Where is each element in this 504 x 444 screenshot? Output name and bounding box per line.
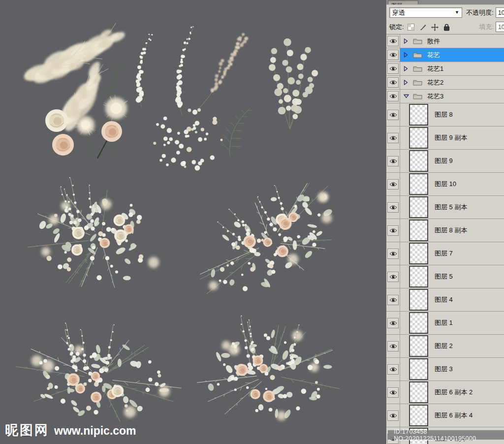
layer-row[interactable]: 图层 8 副本	[386, 219, 504, 242]
group-row-content[interactable]: 花艺2	[400, 76, 504, 89]
visibility-toggle[interactable]	[387, 341, 399, 351]
layer-row-content[interactable]: 图层 10	[400, 173, 504, 195]
layer-row[interactable]: 图层 3	[386, 358, 504, 381]
layer-row[interactable]: 图层 5 副本	[386, 196, 504, 219]
visibility-toggle[interactable]	[387, 295, 399, 305]
layer-row[interactable]: 图层 4	[386, 288, 504, 312]
expand-toggle[interactable]	[404, 38, 410, 44]
layer-row-content[interactable]: 图层 2	[400, 335, 504, 357]
visibility-toggle[interactable]	[387, 249, 399, 259]
layer-row-content[interactable]: 图层 9 副本	[400, 127, 504, 149]
layer-thumbnail[interactable]	[409, 266, 428, 287]
lock-row: 锁定: 填充: 10	[386, 20, 504, 34]
group-row[interactable]: 花艺2	[386, 76, 504, 90]
visibility-toggle[interactable]	[387, 364, 399, 375]
layer-row[interactable]: 图层 6 副本 4	[386, 404, 504, 427]
visibility-toggle[interactable]	[387, 202, 399, 213]
layer-thumbnail[interactable]	[409, 289, 428, 311]
layer-row-content[interactable]: 图层 6 副本 4	[400, 404, 504, 427]
visibility-toggle[interactable]	[387, 318, 399, 328]
expand-toggle[interactable]	[404, 66, 410, 71]
group-name: 散件	[427, 37, 440, 46]
fill-label: 填充:	[460, 23, 494, 32]
layer-thumbnail[interactable]	[409, 104, 428, 126]
visibility-toggle[interactable]	[387, 156, 399, 166]
group-row-content[interactable]: 花艺1	[400, 62, 504, 75]
visibility-toggle[interactable]	[387, 411, 399, 421]
lock-all-icon[interactable]	[442, 23, 451, 32]
layer-row-content[interactable]: 图层 6 副本 2	[400, 381, 504, 404]
eye-icon	[389, 66, 397, 71]
rose-flower	[45, 109, 68, 132]
blossom-cluster	[153, 108, 222, 170]
layer-thumbnail[interactable]	[409, 358, 428, 380]
visibility-toggle[interactable]	[387, 133, 399, 143]
layer-row[interactable]: 图层 8	[386, 103, 504, 127]
layer-thumbnail[interactable]	[409, 196, 428, 218]
flower-bouquet	[28, 177, 159, 288]
visibility-cell	[386, 173, 400, 195]
layer-row-content[interactable]: 图层 8	[400, 103, 504, 126]
folder-icon	[413, 38, 422, 44]
layer-row-content[interactable]: 图层 1	[400, 312, 504, 334]
blend-mode-row: 穿透 ▼ 不透明度: 10	[386, 5, 504, 20]
group-row[interactable]: 花艺3	[386, 90, 504, 103]
layer-thumbnail[interactable]	[409, 150, 428, 172]
group-row[interactable]: 花艺1	[386, 62, 504, 76]
visibility-toggle[interactable]	[387, 77, 399, 88]
expand-toggle[interactable]	[404, 52, 410, 58]
layer-thumbnail[interactable]	[409, 335, 428, 357]
layer-thumbnail[interactable]	[409, 381, 428, 403]
visibility-toggle[interactable]	[387, 110, 399, 120]
opacity-input[interactable]: 10	[496, 7, 504, 18]
layer-thumbnail[interactable]	[409, 405, 428, 426]
layer-thumbnail[interactable]	[409, 173, 428, 195]
visibility-toggle[interactable]	[387, 91, 399, 101]
group-row[interactable]: 花艺	[386, 48, 504, 62]
layer-row[interactable]: 图层 10	[386, 173, 504, 196]
layer-thumbnail[interactable]	[409, 312, 428, 334]
visibility-toggle[interactable]	[387, 225, 399, 236]
visibility-toggle[interactable]	[387, 272, 399, 282]
group-row-content[interactable]: 花艺3	[400, 90, 504, 103]
lock-paint-icon[interactable]	[419, 23, 427, 32]
visibility-toggle[interactable]	[387, 36, 399, 46]
layer-row[interactable]: 图层 2	[386, 335, 504, 358]
layer-row-content[interactable]: 图层 7	[400, 242, 504, 265]
layer-row[interactable]: 图层 9 副本	[386, 127, 504, 150]
layer-row-content[interactable]: 图层 5	[400, 265, 504, 288]
layer-row[interactable]: 图层 7	[386, 242, 504, 265]
lock-transparency-icon[interactable]	[407, 23, 415, 32]
blend-mode-select[interactable]: 穿透 ▼	[389, 7, 462, 18]
folder-icon	[413, 38, 422, 44]
lock-position-icon[interactable]	[431, 23, 439, 32]
layer-row-content[interactable]: 图层 8 副本	[400, 219, 504, 242]
group-row-content[interactable]: 散件	[400, 34, 504, 48]
group-row[interactable]: 散件	[386, 34, 504, 48]
visibility-toggle[interactable]	[387, 63, 399, 74]
layer-row[interactable]: 图层 1	[386, 312, 504, 335]
expand-toggle[interactable]	[404, 80, 410, 85]
layer-row[interactable]: 图层 5	[386, 265, 504, 288]
layer-row-content[interactable]: 图层 4	[400, 288, 504, 311]
group-row-content[interactable]: 花艺	[400, 48, 504, 62]
tab-layers[interactable]: 图层	[388, 0, 418, 5]
layer-row[interactable]: 图层 9	[386, 150, 504, 173]
visibility-toggle[interactable]	[387, 387, 399, 398]
document-canvas[interactable]: 昵图网 www.nipic.com	[0, 0, 386, 444]
layer-thumbnail[interactable]	[409, 220, 428, 241]
visibility-toggle[interactable]	[387, 50, 399, 60]
eye-icon	[389, 205, 397, 210]
layer-row-content[interactable]: 图层 9	[400, 150, 504, 172]
fill-input[interactable]: 10	[496, 22, 504, 32]
visibility-toggle[interactable]	[387, 179, 399, 190]
layer-name: 图层 7	[435, 249, 453, 258]
layer-row-content[interactable]: 图层 3	[400, 358, 504, 381]
collapse-toggle[interactable]	[404, 94, 410, 98]
layer-name: 图层 1	[435, 318, 453, 327]
layer-thumbnail[interactable]	[409, 243, 428, 264]
eye-icon	[389, 159, 397, 164]
layer-thumbnail[interactable]	[409, 127, 428, 149]
layer-row-content[interactable]: 图层 5 副本	[400, 196, 504, 219]
layer-row[interactable]: 图层 6 副本 2	[386, 381, 504, 404]
